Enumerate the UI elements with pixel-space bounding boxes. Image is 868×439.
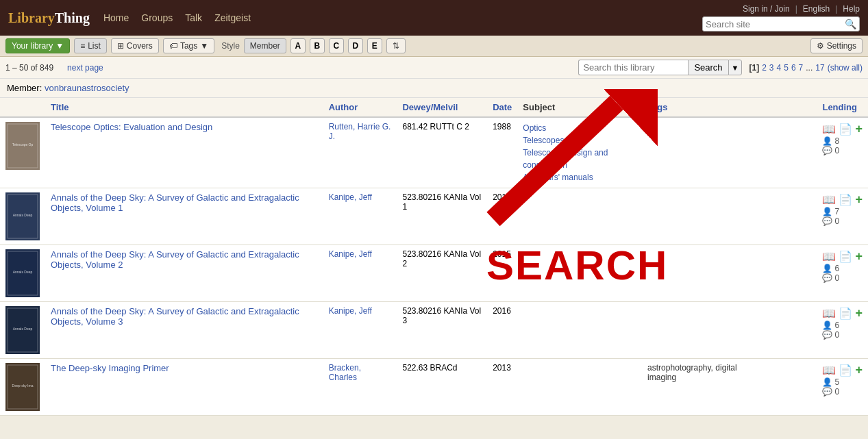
- style-label: Style: [221, 41, 240, 51]
- members-count: 7: [834, 207, 839, 216]
- date-header[interactable]: Date: [487, 98, 517, 117]
- svg-text:Annals Deep: Annals Deep: [13, 213, 33, 217]
- bookmark-icon[interactable]: 📄: [839, 123, 852, 136]
- add-lending-icon[interactable]: +: [855, 192, 863, 207]
- book-title-link[interactable]: Telescope Optics: Evaluation and Design: [51, 122, 212, 132]
- book-icon[interactable]: 📖: [822, 250, 836, 263]
- members-count: 8: [834, 136, 839, 146]
- member-button[interactable]: Member: [244, 38, 286, 53]
- table-row: Annals Deep Annals of the Deep Sky: A Su…: [0, 302, 868, 359]
- page-2[interactable]: 2: [762, 63, 767, 73]
- book-icon[interactable]: 📖: [822, 193, 836, 206]
- book-icon[interactable]: 📖: [822, 307, 836, 320]
- members-icon: 👤: [822, 136, 832, 146]
- book-title-link[interactable]: Annals of the Deep Sky: A Survey of Gala…: [51, 306, 299, 327]
- bookmark-icon[interactable]: 📄: [839, 364, 852, 377]
- add-lending-icon[interactable]: +: [855, 249, 863, 264]
- book-lending-cell: 📖 📄 + 👤 7 💬 0: [817, 188, 868, 245]
- page-5[interactable]: 5: [784, 63, 789, 73]
- settings-button[interactable]: ⚙ Settings: [810, 38, 863, 53]
- comments-icon: 💬: [822, 216, 832, 226]
- nav-talk[interactable]: Talk: [185, 12, 202, 23]
- book-author-cell: Bracken, Charles: [323, 359, 397, 416]
- search-site-input[interactable]: [706, 19, 845, 29]
- lending-header[interactable]: Lending: [817, 98, 868, 117]
- book-title-link[interactable]: Annals of the Deep Sky: A Survey of Gala…: [51, 192, 299, 213]
- book-title-link[interactable]: Annals of the Deep Sky: A Survey of Gala…: [51, 249, 299, 270]
- svg-text:Telescope Op: Telescope Op: [12, 142, 34, 147]
- bookmark-icon[interactable]: 📄: [839, 250, 852, 263]
- show-all-link[interactable]: (show all): [828, 63, 863, 73]
- add-lending-icon[interactable]: +: [855, 363, 863, 377]
- alpha-e[interactable]: E: [367, 38, 382, 53]
- subject-link[interactable]: Telescopes Design and construction: [523, 148, 608, 170]
- nav-groups[interactable]: Groups: [141, 12, 173, 23]
- book-title-link[interactable]: The Deep-sky Imaging Primer: [51, 363, 169, 373]
- bookmark-icon[interactable]: 📄: [839, 193, 852, 206]
- page-4[interactable]: 4: [777, 63, 782, 73]
- page-current: [1]: [749, 63, 759, 73]
- tags-dropdown-icon: ▼: [200, 41, 208, 51]
- book-dewey-cell: 523.80216 KANIa Vol 1: [397, 188, 487, 245]
- list-view-button[interactable]: ≡ List: [74, 38, 107, 53]
- covers-view-button[interactable]: ⊞ Covers: [111, 38, 159, 53]
- page-3[interactable]: 3: [769, 63, 774, 73]
- book-dewey-cell: 523.80216 KANIa Vol 3: [397, 302, 487, 359]
- member-name-link[interactable]: vonbraunastrosociety: [45, 83, 129, 93]
- search-site-button[interactable]: 🔍: [845, 18, 856, 29]
- book-tags-cell: astrophotography, digital imaging: [642, 359, 762, 416]
- page-7[interactable]: 7: [799, 63, 804, 73]
- author-link[interactable]: Rutten, Harrie G. J.: [329, 122, 391, 141]
- sign-in-link[interactable]: Sign in / Join: [743, 4, 790, 14]
- page-6[interactable]: 6: [791, 63, 796, 73]
- comments-stat: 💬 0: [822, 146, 863, 155]
- nav-zeitgeist[interactable]: Zeitgeist: [214, 12, 251, 23]
- dewey-header[interactable]: Dewey/Melvil: [397, 98, 487, 117]
- book-author-cell: Kanipe, Jeff: [323, 245, 397, 302]
- author-link[interactable]: Bracken, Charles: [329, 363, 361, 382]
- next-page-link[interactable]: next page: [67, 63, 103, 73]
- subject-link[interactable]: Telescopes: [523, 136, 564, 145]
- help-link[interactable]: Help: [843, 4, 860, 14]
- search-dropdown: Search ▼: [688, 60, 742, 75]
- author-link[interactable]: Kanipe, Jeff: [329, 249, 372, 259]
- members-stat: 👤 6: [822, 321, 863, 330]
- book-title-cell: The Deep-sky Imaging Primer: [45, 359, 323, 416]
- your-library-button[interactable]: Your library ▼: [5, 38, 70, 53]
- tags-header[interactable]: Tags: [642, 98, 762, 117]
- book-icon[interactable]: 📖: [822, 364, 836, 377]
- alpha-d[interactable]: D: [348, 38, 363, 53]
- tags-button[interactable]: 🏷 Tags ▼: [163, 38, 214, 53]
- covers-icon: ⊞: [117, 41, 124, 51]
- alpha-b[interactable]: B: [310, 38, 325, 53]
- author-link[interactable]: Kanipe, Jeff: [329, 306, 372, 316]
- author-header[interactable]: Author: [323, 98, 397, 117]
- book-spacer-cell: [762, 359, 817, 416]
- members-count: 6: [834, 321, 839, 330]
- search-dropdown-arrow[interactable]: ▼: [728, 60, 743, 75]
- top-links: Sign in / Join | English | Help: [743, 4, 860, 14]
- library-search-input[interactable]: [578, 60, 688, 75]
- sort-icon-button[interactable]: ⇅: [386, 38, 406, 53]
- bookmark-icon[interactable]: 📄: [839, 307, 852, 320]
- add-lending-icon[interactable]: +: [855, 306, 863, 321]
- dropdown-arrow-icon: ▼: [55, 41, 64, 51]
- language-link[interactable]: English: [803, 4, 830, 14]
- page-17[interactable]: 17: [815, 63, 824, 73]
- subject-header[interactable]: Subject: [517, 98, 642, 117]
- alpha-a[interactable]: A: [290, 38, 306, 53]
- book-cover-cell: Telescope Op: [0, 117, 45, 188]
- subject-link[interactable]: Amateurs' manuals: [523, 173, 593, 182]
- add-lending-icon[interactable]: +: [855, 122, 863, 136]
- book-icon[interactable]: 📖: [822, 123, 836, 136]
- comments-count: 0: [834, 146, 839, 155]
- book-lending-cell: 📖 📄 + 👤 6 💬 0: [817, 245, 868, 302]
- author-link[interactable]: Kanipe, Jeff: [329, 192, 372, 202]
- alpha-c[interactable]: C: [329, 38, 344, 53]
- nav-home[interactable]: Home: [103, 12, 129, 23]
- member-bar: Member: vonbraunastrosociety: [0, 79, 868, 98]
- subject-link[interactable]: Optics: [523, 123, 546, 133]
- library-search-button[interactable]: Search: [688, 60, 728, 75]
- title-header[interactable]: Title: [45, 98, 323, 117]
- book-title-cell: Annals of the Deep Sky: A Survey of Gala…: [45, 245, 323, 302]
